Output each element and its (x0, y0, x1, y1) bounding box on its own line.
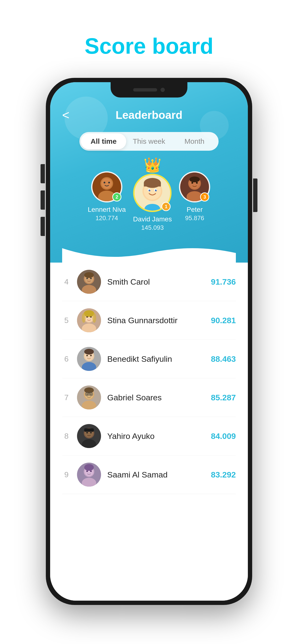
list-avatar (77, 424, 101, 448)
nav-bar: < Leaderboard (62, 108, 236, 122)
list-rank: 8 (62, 432, 71, 440)
svg-point-46 (86, 355, 88, 356)
svg-rect-62 (84, 428, 94, 432)
svg-point-45 (84, 349, 94, 354)
list-rank: 5 (62, 316, 71, 325)
podium-name-first: David James (133, 216, 172, 223)
rank-badge-first: 1 (162, 202, 171, 211)
podium-first: 👑 (133, 158, 172, 232)
list-item: 8 Yahiro Ayuko (62, 417, 236, 456)
svg-point-15 (150, 190, 150, 190)
svg-point-23 (192, 182, 193, 184)
list-item: 7 (62, 378, 236, 417)
list-name: Stina Gunnarsdottir (107, 316, 205, 325)
top-section: < Leaderboard All time This week Month (50, 82, 248, 262)
list-rank: 9 (62, 470, 71, 479)
svg-point-38 (90, 316, 92, 318)
phone-shell: < Leaderboard All time This week Month (46, 78, 252, 605)
podium-third: 3 Peter 95.876 (179, 171, 210, 222)
notch-speaker (133, 88, 157, 92)
list-name: Benedikt Safiyulin (107, 354, 205, 364)
list-score: 83.292 (211, 470, 236, 480)
list-score: 88.463 (211, 354, 236, 364)
svg-point-24 (196, 182, 198, 184)
list-name: Gabriel Soares (107, 393, 205, 402)
svg-point-4 (104, 182, 105, 183)
svg-point-53 (86, 394, 88, 395)
svg-point-54 (90, 394, 92, 395)
list-item: 6 Benedikt Safiyulin (62, 340, 236, 378)
crown-icon: 👑 (143, 158, 162, 172)
rank-badge-third: 3 (200, 192, 209, 202)
list-avatar (77, 386, 101, 410)
svg-point-64 (90, 432, 92, 434)
svg-point-37 (86, 316, 88, 318)
podium-score-third: 95.876 (185, 214, 204, 222)
list-item: 9 Saami Al Samad (62, 456, 236, 494)
svg-point-5 (108, 182, 110, 183)
notch (111, 82, 187, 98)
svg-point-16 (156, 190, 157, 190)
avatar-wrapper-third: 3 (179, 171, 210, 202)
svg-rect-10 (144, 183, 161, 187)
tab-all-time[interactable]: All time (81, 134, 126, 149)
phone-inner: < Leaderboard All time This week Month (50, 82, 248, 601)
svg-point-70 (86, 470, 88, 472)
podium-score-second: 120.774 (95, 214, 118, 222)
svg-point-69 (84, 464, 94, 471)
svg-point-22 (190, 176, 200, 182)
list-rank: 7 (62, 393, 71, 402)
svg-point-39 (82, 313, 86, 323)
list-item: 5 (62, 301, 236, 340)
avatar-wrapper-first: 1 (133, 174, 172, 212)
podium-score-first: 145.093 (141, 224, 164, 232)
rank-badge-second: 2 (112, 192, 121, 202)
svg-point-71 (90, 470, 92, 472)
list-avatar (77, 308, 101, 332)
svg-point-13 (149, 190, 151, 191)
svg-point-14 (155, 190, 157, 191)
avatar-wrapper-second: 2 (91, 171, 122, 202)
svg-point-63 (86, 432, 88, 434)
list-score: 90.281 (211, 316, 236, 325)
podium: 2 Lennert Niva 120.774 👑 (62, 158, 236, 238)
list-avatar (77, 463, 101, 486)
svg-point-3 (101, 178, 112, 188)
list-score: 85.287 (211, 393, 236, 402)
list-name: Yahiro Ayuko (107, 432, 205, 441)
list-score: 84.009 (211, 432, 236, 441)
svg-point-40 (92, 313, 96, 323)
podium-name-second: Lennert Niva (88, 206, 126, 214)
svg-point-31 (90, 278, 92, 279)
list-item: 4 Smith Carol (62, 262, 236, 301)
tab-selector: All time This week Month (79, 132, 219, 151)
list-name: Smith Carol (107, 277, 205, 286)
list-score: 91.736 (211, 277, 236, 286)
tab-this-week[interactable]: This week (126, 134, 172, 149)
svg-point-30 (86, 278, 88, 279)
list-rank: 4 (62, 278, 71, 286)
wave-divider (62, 244, 236, 262)
list-rank: 6 (62, 354, 71, 364)
tab-month[interactable]: Month (172, 134, 217, 149)
page-title: Score board (85, 34, 214, 59)
podium-second: 2 Lennert Niva 120.774 (88, 171, 126, 222)
list-name: Saami Al Samad (107, 470, 205, 480)
app-screen: < Leaderboard All time This week Month (50, 82, 248, 601)
list-section: 4 Smith Carol (50, 262, 248, 601)
notch-camera (161, 88, 165, 92)
svg-point-47 (90, 355, 92, 356)
list-avatar (77, 270, 101, 294)
svg-point-29 (84, 272, 94, 278)
back-button[interactable]: < (62, 108, 69, 122)
svg-point-52 (84, 388, 94, 393)
podium-name-third: Peter (187, 206, 203, 214)
list-avatar (77, 347, 101, 371)
nav-title: Leaderboard (116, 108, 183, 122)
